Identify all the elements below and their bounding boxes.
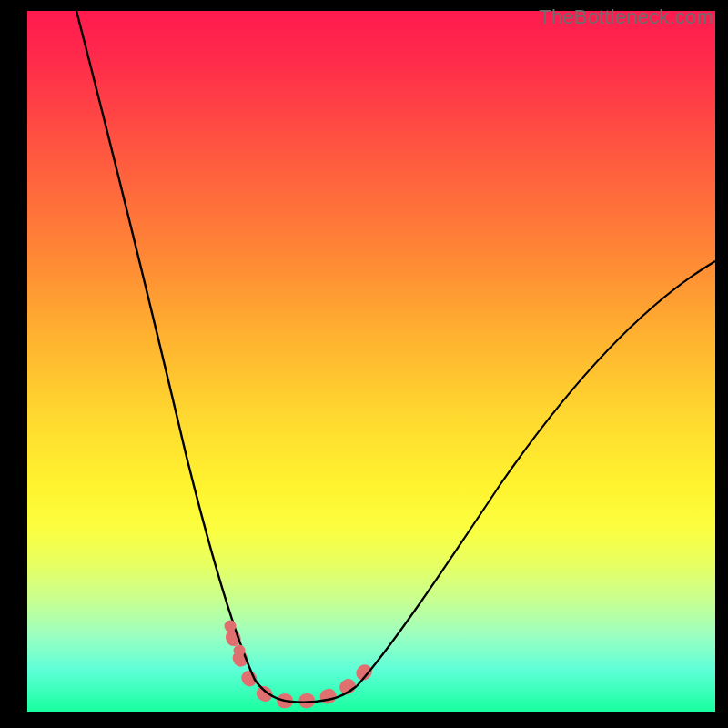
marker-dot [234,645,246,657]
plot-area [27,11,715,712]
chart-stage: TheBottleneck.com [0,0,728,728]
right-branch-path [357,261,715,686]
watermark-text: TheBottleneck.com [539,5,713,29]
curve-layer [27,11,715,712]
left-branch-path [76,11,291,702]
basin-marker-path [233,637,366,702]
marker-dot [225,621,237,632]
